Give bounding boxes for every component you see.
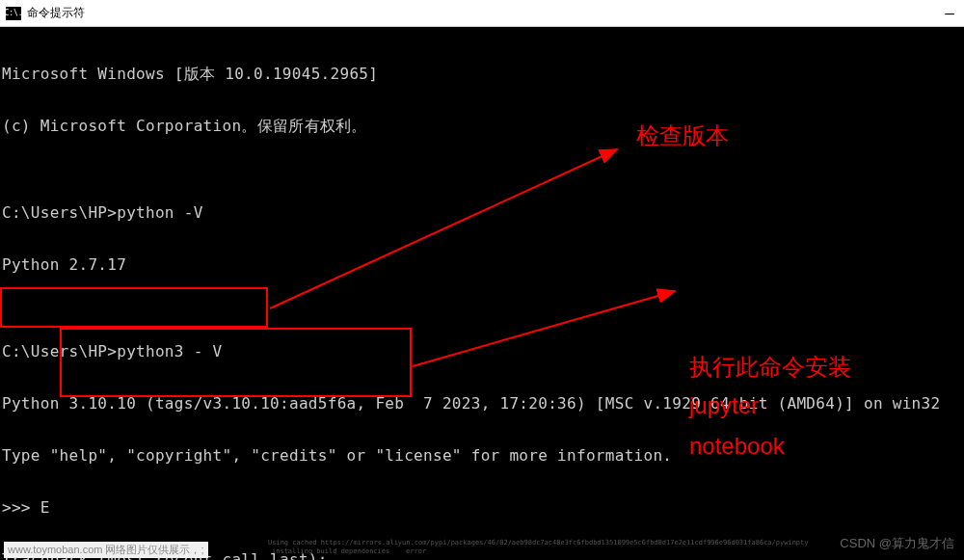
watermark-right: CSDN @算力鬼才信 xyxy=(840,535,954,552)
terminal-output[interactable]: Microsoft Windows [版本 10.0.19045.2965] (… xyxy=(0,27,964,560)
window-title: 命令提示符 xyxy=(27,5,85,21)
terminal-line: Type "help", "copyright", "credits" or "… xyxy=(2,447,962,465)
tiny-cached-text: Using cached https://mirrors.aliyun.com/… xyxy=(268,539,809,547)
terminal-line: (c) Microsoft Corporation。保留所有权利。 xyxy=(2,118,962,135)
terminal-line: C:\Users\HP>python3 - V xyxy=(2,343,962,360)
watermark-left: www.toymoban.com 网络图片仅供展示，; xyxy=(4,542,208,558)
cmd-icon: C:\. xyxy=(6,7,21,20)
terminal-line: Python 3.10.10 (tags/v3.10.10:aad5f6a, F… xyxy=(2,395,962,413)
terminal-line: >>> E xyxy=(2,499,962,517)
terminal-line: C:\Users\HP>python -V xyxy=(2,204,962,222)
terminal-line: Microsoft Windows [版本 10.0.19045.2965] xyxy=(2,66,962,83)
titlebar-left: C:\. 命令提示符 xyxy=(6,5,85,21)
tiny-error-text: installing build dependencies error xyxy=(272,547,426,555)
minimize-button[interactable]: — xyxy=(945,4,958,22)
terminal-line: Python 2.7.17 xyxy=(2,256,962,274)
window-titlebar: C:\. 命令提示符 — xyxy=(0,0,964,27)
